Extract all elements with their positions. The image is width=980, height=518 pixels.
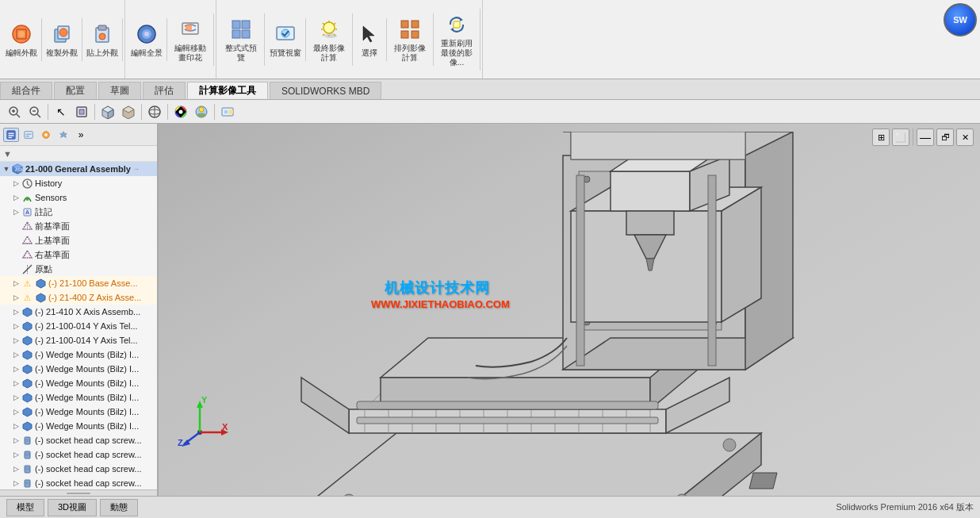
expand-history[interactable]: ▷ xyxy=(11,178,21,188)
expand-x-axis[interactable]: ▷ xyxy=(11,307,21,317)
tab-photoworks[interactable]: 計算影像工具 xyxy=(187,82,268,99)
tab-drawing[interactable]: 草圖 xyxy=(98,82,141,99)
rotate-button[interactable] xyxy=(72,103,91,121)
expand-wedge-2[interactable]: ▷ xyxy=(11,364,21,374)
tree-item-wedge-5[interactable]: ▷ (-) Wedge Mounts (Bilz) I... xyxy=(0,405,157,419)
expand-wedge-6[interactable]: ▷ xyxy=(11,421,21,431)
svg-marker-168 xyxy=(571,132,745,159)
status-tab-motion[interactable]: 動態 xyxy=(100,499,138,516)
3d-viewport[interactable]: ⊞ ⬜ — 🗗 ✕ xyxy=(159,124,980,496)
split-view-btn[interactable]: ⬜ xyxy=(892,129,909,146)
feature-tree-content[interactable]: ▼ ASM 21-000 General Assembly → ▷ xyxy=(0,162,157,489)
paste-upper-button[interactable]: 貼上外觀 xyxy=(82,18,123,61)
tab-config[interactable]: 配置 xyxy=(54,82,97,99)
select-button[interactable]: 選擇 xyxy=(353,18,387,61)
cursor-button[interactable]: ↖ xyxy=(52,103,71,121)
expand-root[interactable]: ▼ xyxy=(2,164,11,174)
copy-view-button[interactable]: 複製外觀 xyxy=(42,18,82,61)
front-plane-label: 前基準面 xyxy=(35,221,70,232)
tree-item-sensors[interactable]: ▷ Sensors xyxy=(0,190,157,205)
svg-marker-73 xyxy=(23,251,32,258)
expand-wedge-1[interactable]: ▷ xyxy=(11,350,21,359)
close-vp-btn[interactable]: ✕ xyxy=(956,129,974,146)
color-wheel-button[interactable] xyxy=(171,103,190,121)
maximize-btn[interactable]: 🗗 xyxy=(936,129,954,146)
tree-item-base-asm[interactable]: ▷ ⚠ (-) 21-100 Base Asse... xyxy=(0,276,157,290)
screw-3-label: (-) socket head cap screw... xyxy=(35,464,142,474)
preview-view-button[interactable]: 預覽視窗 xyxy=(265,18,306,61)
orbit-button[interactable] xyxy=(145,103,164,121)
tree-item-root[interactable]: ▼ ASM 21-000 General Assembly → xyxy=(0,162,157,176)
tile-view-btn[interactable]: ⊞ xyxy=(872,129,890,146)
tree-more-btn[interactable]: » xyxy=(73,128,89,142)
expand-notes[interactable]: ▷ xyxy=(11,207,21,217)
3d-cube-button[interactable] xyxy=(98,103,117,121)
arrange-calc-button[interactable]: 排列影像計算 xyxy=(387,13,434,66)
expand-screw-2[interactable]: ▷ xyxy=(11,450,21,459)
tree-item-notes[interactable]: ▷ A 註記 xyxy=(0,205,157,219)
expand-wedge-5[interactable]: ▷ xyxy=(11,407,21,416)
tree-item-screw-4[interactable]: ▷ (-) socket head cap screw... xyxy=(0,476,157,489)
rerender-button[interactable]: 重新刷用最後的影像... xyxy=(434,9,480,71)
tree-item-wedge-3[interactable]: ▷ (-) Wedge Mounts (Bilz) I... xyxy=(0,376,157,390)
expand-y-axis-2[interactable]: ▷ xyxy=(11,336,21,345)
status-tab-model[interactable]: 模型 xyxy=(6,499,44,516)
expand-wedge-3[interactable]: ▷ xyxy=(11,378,21,388)
expand-screw-4[interactable]: ▷ xyxy=(11,478,21,488)
feature-tree-btn[interactable] xyxy=(3,128,19,142)
shadow-calc-icon xyxy=(316,17,342,42)
tree-item-front-plane[interactable]: ▷ 前基準面 xyxy=(0,219,157,233)
zoom-out-button[interactable] xyxy=(25,103,44,121)
expand-sensors[interactable]: ▷ xyxy=(11,193,21,202)
right-plane-label: 右基準面 xyxy=(35,249,70,261)
tree-item-x-axis[interactable]: ▷ (-) 21-410 X Axis Assemb... xyxy=(0,305,157,319)
tab-mbd[interactable]: SOLIDWORKS MBD xyxy=(270,82,381,99)
properties-icon xyxy=(24,129,33,140)
expand-z-axis[interactable]: ▷ xyxy=(11,293,21,302)
tree-item-right-plane[interactable]: ▷ 右基準面 xyxy=(0,247,157,262)
arrange-view-button[interactable]: 整式式預覽 xyxy=(218,13,265,66)
scene-icon xyxy=(220,105,235,119)
toolbar-group-2: 編輯全景 編輯移動畫印花 xyxy=(125,0,216,79)
status-tab-3dview[interactable]: 3D視圖 xyxy=(48,499,97,516)
environment-button[interactable] xyxy=(192,103,211,121)
wedge-1-icon xyxy=(21,348,33,361)
tree-item-wedge-4[interactable]: ▷ (-) Wedge Mounts (Bilz) I... xyxy=(0,390,157,405)
expand-wedge-4[interactable]: ▷ xyxy=(11,393,21,402)
move-view-button[interactable]: 編輯移動畫印花 xyxy=(167,13,214,66)
tree-item-screw-3[interactable]: ▷ (-) socket head cap screw... xyxy=(0,462,157,476)
zoom-in-button[interactable] xyxy=(5,103,24,121)
tree-item-history[interactable]: ▷ History xyxy=(0,176,157,190)
tree-item-y-axis-2[interactable]: ▷ (-) 21-100-014 Y Axis Tel... xyxy=(0,333,157,347)
zoom-in-icon xyxy=(8,106,21,118)
feature-tree-panel: » ▼ ▼ ASM 21-000 General Assembly → xyxy=(0,124,159,496)
tree-item-top-plane[interactable]: ▷ 上基準面 xyxy=(0,233,157,247)
tab-assembly[interactable]: 組合件 xyxy=(0,82,52,99)
tree-item-wedge-1[interactable]: ▷ (-) Wedge Mounts (Bilz) I... xyxy=(0,347,157,362)
svg-marker-80 xyxy=(23,322,32,331)
edit-all-button[interactable]: 編輯全景 xyxy=(127,18,167,61)
expand-base-asm[interactable]: ▷ xyxy=(11,278,21,288)
tree-item-screw-2[interactable]: ▷ (-) socket head cap screw... xyxy=(0,447,157,462)
display-states-btn[interactable] xyxy=(38,128,54,142)
tree-item-origin[interactable]: ▷ 原點 xyxy=(0,262,157,276)
expand-screw-1[interactable]: ▷ xyxy=(11,436,21,445)
tree-item-wedge-6[interactable]: ▷ (-) Wedge Mounts (Bilz) I... xyxy=(0,419,157,433)
edit-external-button[interactable]: 編輯外觀 xyxy=(2,18,42,61)
shadow-calc-button[interactable]: 最終影像計算 xyxy=(306,13,353,66)
screw-4-icon xyxy=(21,477,33,489)
tree-item-wedge-2[interactable]: ▷ (-) Wedge Mounts (Bilz) I... xyxy=(0,362,157,376)
scene-button[interactable] xyxy=(218,103,237,121)
3d-view-button[interactable] xyxy=(119,103,138,121)
svg-marker-82 xyxy=(23,351,32,359)
root-label: 21-000 General Assembly xyxy=(25,164,131,174)
tree-item-screw-1[interactable]: ▷ (-) socket head cap screw... xyxy=(0,433,157,447)
expand-screw-3[interactable]: ▷ xyxy=(11,464,21,474)
tree-item-z-axis[interactable]: ▷ ⚠ (-) 21-400 Z Axis Asse... xyxy=(0,290,157,305)
restore-btn[interactable]: — xyxy=(917,129,934,146)
properties-btn[interactable] xyxy=(21,128,36,142)
tree-item-y-axis-1[interactable]: ▷ (-) 21-100-014 Y Axis Tel... xyxy=(0,319,157,333)
tab-evaluate[interactable]: 評估 xyxy=(143,82,186,99)
expand-y-axis-1[interactable]: ▷ xyxy=(11,321,21,331)
config-mgr-btn[interactable] xyxy=(56,128,71,142)
